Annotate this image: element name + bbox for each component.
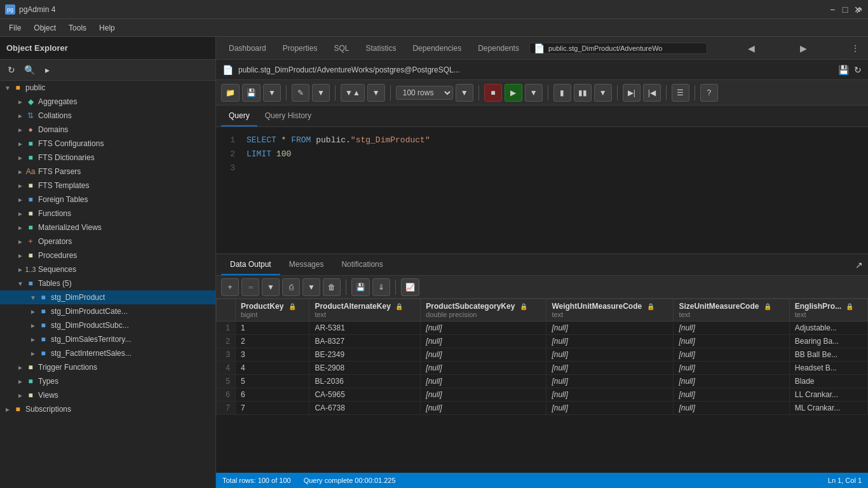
help-btn[interactable]: ? (700, 84, 718, 102)
menu-file[interactable]: File (3, 21, 27, 35)
tree-item-stg-dimproductcat[interactable]: ► ■ stg_DimProductCate... (0, 304, 215, 318)
col-header-productsubcategorykey[interactable]: ProductSubcategoryKey 🔒 double precision (421, 299, 546, 322)
code-content[interactable]: SELECT * FROM public."stg_DimProduct" LI… (241, 133, 868, 247)
macros-btn[interactable]: ☰ (672, 84, 689, 102)
tree-item-mat-views[interactable]: ► ■ Materialized Views (0, 220, 215, 234)
tab-notifications[interactable]: Notifications (332, 254, 391, 275)
delete-row-btn[interactable]: 🗑 (323, 278, 341, 296)
sep6 (617, 85, 618, 100)
tree-item-types[interactable]: ► ■ Types (0, 374, 215, 388)
explain-more-btn[interactable]: ▼ (594, 84, 612, 102)
run-more-btn[interactable]: ▼ (525, 84, 543, 102)
tab-statistics[interactable]: Statistics (358, 40, 403, 57)
tab-query[interactable]: Query (221, 105, 257, 126)
tree-item-fts-dict[interactable]: ► ■ FTS Dictionaries (0, 151, 215, 165)
add-row-btn[interactable]: + (221, 278, 239, 296)
filter-btn[interactable]: ▼▲ (341, 84, 365, 102)
tab-nav-next[interactable]: ▶ (796, 41, 811, 56)
tree-item-stg-factinternetsales[interactable]: ► ■ stg_FactInternetSales... (0, 346, 215, 360)
tree-item-views[interactable]: ► ■ Views (0, 388, 215, 402)
save-data-btn[interactable]: 💾 (351, 278, 370, 296)
paste-btn[interactable]: ⎙ (282, 278, 300, 296)
tree-item-stg-dimsalesterritory[interactable]: ► ■ stg_DimSalesTerritory... (0, 332, 215, 346)
menu-tools[interactable]: Tools (62, 21, 93, 35)
run-btn[interactable]: ▶ (505, 84, 522, 102)
save-btn[interactable]: 💾 (242, 84, 261, 102)
table-row[interactable]: 5 5 BL-2036 [null] [null] [null] Blade (217, 375, 868, 388)
data-table-wrap[interactable]: ProductKey 🔒 bigint ProductAlternateKey … (216, 299, 868, 473)
tab-data-output[interactable]: Data Output (221, 254, 280, 275)
tree-item-public[interactable]: ▼ ■ public (0, 81, 215, 95)
edit-btn[interactable]: ✎ (292, 84, 309, 102)
tree-item-operators[interactable]: ► + Operators (0, 234, 215, 248)
tree-item-collations[interactable]: ► ⇅ Collations (0, 109, 215, 123)
table-row[interactable]: 6 6 CA-5965 [null] [null] [null] LL Cran… (217, 388, 868, 402)
tree-item-subscriptions[interactable]: ► ■ Subscriptions (0, 402, 215, 416)
expand-arrow-fts-dict: ► (15, 152, 25, 163)
query-tab-header[interactable]: 📄 public.stg_DimProduct/AdventureWo (529, 43, 707, 54)
paste-more-btn[interactable]: ▼ (302, 278, 320, 296)
col-header-productkey[interactable]: ProductKey 🔒 bigint (236, 299, 309, 322)
tab-properties[interactable]: Properties (275, 40, 325, 57)
filter-more-btn[interactable]: ▼ (367, 84, 385, 102)
tree-item-fts-templates[interactable]: ► ■ FTS Templates (0, 179, 215, 193)
tree-item-tables[interactable]: ▼ ■ Tables (5) (0, 276, 215, 290)
col-header-productalternatekey[interactable]: ProductAlternateKey 🔒 text (309, 299, 421, 322)
download-csv-btn[interactable]: ⇓ (372, 278, 390, 296)
table-row[interactable]: 7 7 CA-6738 [null] [null] [null] ML Cran… (217, 402, 868, 415)
commit-btn[interactable]: ▶| (623, 84, 641, 102)
expand-arrow-mat-views: ► (15, 222, 25, 233)
col-header-englishpro[interactable]: EnglishPro... 🔒 text (789, 299, 867, 322)
table-row[interactable]: 1 1 AR-5381 [null] [null] [null] Adjusta… (217, 322, 868, 335)
save-more-btn[interactable]: ▼ (263, 84, 281, 102)
rows-more-btn[interactable]: ▼ (456, 84, 473, 102)
query-editor[interactable]: 1 2 3 SELECT * FROM public."stg_DimProdu… (216, 127, 868, 254)
sidebar-filter-btn[interactable]: 🔍 (22, 62, 37, 78)
tree-item-sequences[interactable]: ► 1..3 Sequences (0, 262, 215, 276)
menu-object[interactable]: Object (27, 21, 62, 35)
tree-item-functions[interactable]: ► ■ Functions (0, 207, 215, 220)
fts-parsers-icon: Aa (25, 166, 36, 177)
tree-item-fts-conf[interactable]: ► ■ FTS Configurations (0, 137, 215, 151)
tree-item-fts-parsers[interactable]: ► Aa FTS Parsers (0, 165, 215, 179)
graph-btn[interactable]: 📈 (401, 278, 419, 296)
tab-nav-prev[interactable]: ◀ (744, 41, 759, 56)
tab-dashboard[interactable]: Dashboard (221, 40, 274, 57)
sidebar-refresh-btn[interactable]: ↻ (4, 62, 19, 78)
table-row[interactable]: 3 3 BE-2349 [null] [null] [null] BB Ball… (217, 348, 868, 362)
tab-query-history[interactable]: Query History (257, 105, 319, 126)
tab-dependencies[interactable]: Dependencies (405, 40, 469, 57)
tab-sql[interactable]: SQL (326, 40, 356, 57)
table-row[interactable]: 4 4 BE-2908 [null] [null] [null] Headset… (217, 362, 868, 375)
tree-item-foreign-tables[interactable]: ► ■ Foreign Tables (0, 193, 215, 207)
maximize-button[interactable]: □ (840, 4, 850, 15)
tree-item-trigger-functions[interactable]: ► ■ Trigger Functions (0, 360, 215, 374)
open-file-btn[interactable]: 📁 (221, 84, 240, 102)
copy-more-btn[interactable]: ▼ (262, 278, 280, 296)
tree-item-stg-dimproductsub[interactable]: ► ■ stg_DimProductSubc... (0, 318, 215, 332)
explain-analyze-btn[interactable]: ▮▮ (574, 84, 592, 102)
edit-more-btn[interactable]: ▼ (312, 84, 330, 102)
sidebar-content[interactable]: ▼ ■ public ► ◆ Aggregates ► ⇅ Collations… (0, 81, 215, 488)
expand-results-btn[interactable]: ↗ (855, 254, 863, 275)
copy-btn[interactable]: ⎓ (241, 278, 259, 296)
tree-item-procedures[interactable]: ► ■ Procedures (0, 248, 215, 262)
explain-btn[interactable]: ▮ (553, 84, 571, 102)
minimize-button[interactable]: − (827, 4, 837, 15)
menu-help[interactable]: Help (93, 21, 121, 35)
stop-btn[interactable]: ■ (484, 84, 502, 102)
col-header-sizeunitmeasurecode[interactable]: SizeUnitMeasureCode 🔒 text (674, 299, 789, 322)
tab-messages[interactable]: Messages (280, 254, 333, 275)
col-header-weightunitmeasurecode[interactable]: WeightUnitMeasureCode 🔒 text (546, 299, 674, 322)
sidebar-collapse-btn[interactable]: ▸ (39, 62, 55, 78)
tree-item-aggregates[interactable]: ► ◆ Aggregates (0, 95, 215, 109)
tab-nav-more[interactable]: ⋮ (848, 41, 863, 56)
query-path-refresh-btn[interactable]: ↻ (854, 65, 862, 75)
query-path-save-btn[interactable]: 💾 (838, 65, 849, 75)
table-row[interactable]: 2 2 BA-8327 [null] [null] [null] Bearing… (217, 335, 868, 348)
rollback-btn[interactable]: |◀ (643, 84, 661, 102)
rows-select[interactable]: 100 rows 50 rows 500 rows 1000 rows (396, 86, 453, 100)
tree-item-stg-dimproduct[interactable]: ▼ ■ stg_DimProduct (0, 290, 215, 304)
tree-item-domains[interactable]: ► ● Domains (0, 123, 215, 137)
tab-dependents[interactable]: Dependents (470, 40, 527, 57)
